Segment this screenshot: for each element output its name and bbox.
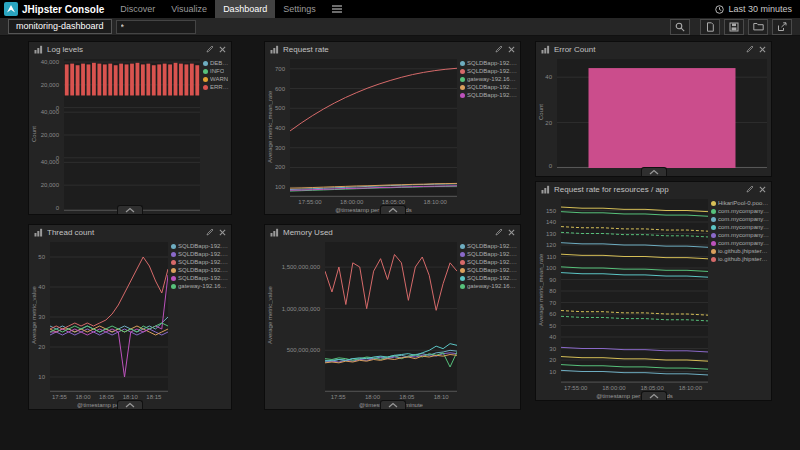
series-color-dot [711, 249, 716, 254]
series-color-dot [203, 61, 208, 66]
collapse-button[interactable] [117, 400, 143, 409]
legend-item[interactable]: io.github.jhipster.serv... [711, 256, 769, 263]
series-color-dot [171, 252, 176, 257]
legend-item[interactable]: SQLDBapp-192.168.4... [171, 251, 229, 258]
y-tick-label: 60 [536, 311, 556, 317]
open-dashboard-button[interactable] [748, 19, 768, 35]
y-tick-label: 700 [265, 66, 285, 72]
edit-icon[interactable] [495, 45, 503, 53]
legend-item[interactable]: SQLDBapp-192.168.4... [171, 267, 229, 274]
edit-icon[interactable] [746, 45, 754, 53]
close-icon[interactable] [219, 229, 226, 236]
close-icon[interactable] [759, 186, 766, 193]
legend-item[interactable]: ERROR [203, 84, 229, 91]
legend-item[interactable]: SQLDBapp-192.168.4... [460, 259, 518, 266]
save-dashboard-button[interactable] [724, 19, 744, 35]
y-tick-label: 0 [29, 205, 59, 211]
close-icon[interactable] [759, 46, 766, 53]
query-input[interactable] [116, 20, 196, 34]
panel-title: Request rate for resources / app [554, 185, 742, 194]
edit-icon[interactable] [495, 228, 503, 236]
new-document-icon [705, 22, 715, 32]
legend-item[interactable]: SQLDBapp-192.168.4... [460, 68, 518, 75]
legend-item[interactable]: com.mycompany.myap... [711, 208, 769, 215]
panel-header: Request rate for resources / app [536, 182, 771, 196]
legend-item[interactable]: SQLDBapp-192.168.4... [171, 259, 229, 266]
nav-item-discover[interactable]: Discover [112, 0, 163, 18]
series-color-dot [711, 233, 716, 238]
series-color-dot [460, 85, 465, 90]
legend-item[interactable]: com.mycompany.myap... [711, 216, 769, 223]
menu-icon[interactable] [324, 5, 350, 13]
series-color-dot [460, 244, 465, 249]
edit-icon[interactable] [206, 45, 214, 53]
legend-item[interactable]: DEBUG [203, 60, 229, 67]
series-color-dot [203, 77, 208, 82]
legend-item[interactable]: SQLDBapp-192.168.4... [171, 275, 229, 282]
series-color-dot [711, 217, 716, 222]
legend-item[interactable]: com.mycompany.myap... [711, 240, 769, 247]
plot-area [290, 59, 457, 197]
time-filter[interactable]: Last 30 minutes [715, 4, 800, 14]
y-tick-label: 1,000,000,000 [265, 306, 320, 312]
close-icon[interactable] [508, 46, 515, 53]
legend-item[interactable]: SQLDBapp-192.168.4... [460, 275, 518, 282]
collapse-button[interactable] [380, 400, 406, 409]
chart-canvas [557, 59, 767, 168]
collapse-button[interactable] [380, 205, 406, 214]
edit-icon[interactable] [206, 228, 214, 236]
series-color-dot [711, 241, 716, 246]
y-tick-label: 50 [536, 323, 556, 329]
close-icon[interactable] [508, 229, 515, 236]
legend-item[interactable]: SQLDBapp-192.168.4... [171, 243, 229, 250]
y-tick-label: 10 [536, 369, 556, 375]
series-color-dot [460, 252, 465, 257]
legend-item[interactable]: com.mycompany.myap... [711, 232, 769, 239]
y-tick-label: 20,000 [29, 182, 59, 188]
legend-item[interactable]: SQLDBapp-192.168.4... [460, 251, 518, 258]
x-axis-label: @timestamp per minute [50, 402, 168, 408]
collapse-button[interactable] [641, 391, 667, 400]
legend-item[interactable]: gateway-192.168.43.8... [460, 76, 518, 83]
brand[interactable]: JHipster Console [0, 2, 112, 16]
chevron-up-icon [387, 207, 399, 213]
save-icon [729, 22, 739, 32]
legend-item[interactable]: WARN [203, 76, 229, 83]
time-filter-label: Last 30 minutes [728, 4, 792, 14]
legend-label: io.github.jhipster.serv... [718, 256, 769, 263]
legend-item[interactable]: gateway-192.168.43.8... [171, 283, 229, 290]
search-button[interactable] [670, 19, 690, 35]
y-tick-label: 20 [29, 344, 45, 350]
panel-header: Memory Used [265, 225, 520, 239]
legend-item[interactable]: SQLDBapp-192.168.4... [460, 267, 518, 274]
legend-item[interactable]: SQLDBapp-192.168.4... [460, 84, 518, 91]
y-tick-label: 110 [536, 254, 556, 260]
plot-area [325, 242, 457, 392]
chevron-up-icon [648, 393, 660, 399]
new-dashboard-button[interactable] [700, 19, 720, 35]
edit-icon[interactable] [746, 185, 754, 193]
panel-request-rate-resources: Request rate for resources / app Average… [535, 181, 772, 401]
legend-label: SQLDBapp-192.168.4... [467, 259, 518, 266]
collapse-button[interactable] [117, 205, 143, 214]
legend-item[interactable]: HikariPool-0.pool.Wait... [711, 200, 769, 207]
collapse-button[interactable] [641, 167, 667, 176]
legend-item[interactable]: com.mycompany.myap... [711, 224, 769, 231]
legend-item[interactable]: SQLDBapp-192.168.4... [460, 243, 518, 250]
nav-item-visualize[interactable]: Visualize [163, 0, 215, 18]
nav-item-dashboard[interactable]: Dashboard [215, 0, 275, 18]
share-dashboard-button[interactable] [772, 19, 792, 35]
chevron-up-icon [648, 169, 660, 175]
y-tick-label: 0 [536, 163, 552, 169]
legend-item[interactable]: gateway-192.168.43.8... [460, 283, 518, 290]
close-icon[interactable] [219, 46, 226, 53]
y-tick-label: 140 [536, 219, 556, 225]
x-tick-label: 18:00:00 [599, 385, 629, 391]
series-color-dot [171, 276, 176, 281]
legend-item[interactable]: SQLDBapp-192.168.4... [460, 92, 518, 99]
legend-item[interactable]: io.github.jhipster.web... [711, 248, 769, 255]
legend-item[interactable]: SQLDBapp-192.168.4... [460, 60, 518, 67]
series-color-dot [171, 284, 176, 289]
nav-item-settings[interactable]: Settings [275, 0, 324, 18]
legend-item[interactable]: INFO [203, 68, 229, 75]
